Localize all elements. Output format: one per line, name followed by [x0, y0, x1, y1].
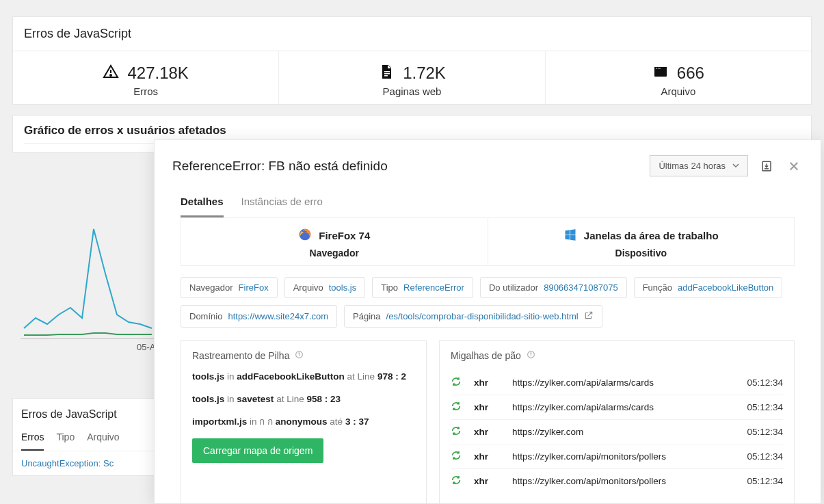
device-name: Janelas da área de trabalho	[584, 230, 719, 241]
stats-row: 427.18K Erros 1.72K Paginas web 666 Arqu…	[13, 51, 811, 104]
close-button[interactable]	[785, 157, 803, 175]
svg-point-8	[657, 68, 659, 69]
crumb-type: xhr	[474, 377, 500, 388]
breadcrumbs-box: Migalhas de pão xhrhttps://zylker.com/ap…	[439, 340, 795, 504]
crumb-time: 05:12:34	[747, 427, 783, 437]
errors-tabs: Erros Tipo Arquivo	[13, 427, 165, 451]
time-range-label: Últimas 24 horas	[659, 161, 726, 171]
error-chart: 05-A	[21, 205, 157, 356]
crumb-time: 05:12:34	[747, 377, 783, 388]
crumb-url: https://zylker.com/api/alarms/cards	[512, 377, 734, 388]
errors-table-title: Erros de JavaScript	[13, 399, 165, 427]
load-sourcemap-button[interactable]: Carregar mapa de origem	[192, 438, 323, 463]
stack-trace-box: Rastreamento de Pilha tools.js in addFac…	[181, 340, 427, 504]
stack-line: tools.js in addFacebookLikeButton at Lin…	[192, 371, 415, 384]
tab-details[interactable]: Detalhes	[181, 190, 224, 217]
card-title: Erros de JavaScript	[13, 17, 811, 51]
stat-value: 427.18K	[127, 64, 188, 83]
reload-icon	[451, 401, 462, 414]
crumb-type: xhr	[474, 402, 500, 412]
metadata-chips: NavegadorFireFox Arquivotools.js TipoRef…	[181, 277, 795, 328]
crumb-url: https://zylker.com/api/monitors/pollers	[512, 476, 734, 486]
device-info: Janelas da área de trabalho Dispositivo	[488, 218, 795, 265]
svg-point-17	[299, 353, 300, 354]
warning-icon	[103, 64, 119, 83]
stack-line: tools.js in savetest at Line 958 : 23	[192, 393, 415, 406]
stack-title: Rastreamento de Pilha	[192, 350, 415, 361]
tab-instances[interactable]: Instâncias de erro	[241, 190, 323, 217]
breadcrumb-row: xhrhttps://zylker.com05:12:34	[451, 420, 783, 445]
chip-file: Arquivotools.js	[284, 277, 366, 298]
chip-function: FunçãoaddFacebookLikeButton	[634, 277, 783, 298]
chip-domain: Domíniohttps://www.site24x7.com	[181, 305, 337, 328]
tab-arquivo[interactable]: Arquivo	[87, 427, 119, 451]
crumb-type: xhr	[474, 427, 500, 437]
device-label: Dispositivo	[615, 248, 667, 258]
stat-label: Arquivo	[546, 85, 811, 97]
info-icon	[295, 350, 304, 361]
crumb-time: 05:12:34	[747, 402, 783, 412]
chip-type: TipoReferenceError	[372, 277, 473, 298]
modal-title: ReferenceError: FB não está definido	[172, 159, 650, 174]
crumb-type: xhr	[474, 476, 500, 486]
crumb-url: https://zylker.com	[512, 427, 734, 437]
info-icon	[527, 350, 535, 361]
x-tick: 05-A	[137, 342, 156, 352]
svg-rect-2	[384, 71, 390, 72]
reload-icon	[451, 376, 462, 389]
document-icon	[378, 64, 395, 83]
errors-table-card: Erros de JavaScript Erros Tipo Arquivo U…	[12, 398, 166, 476]
stat-pages: 1.72K Paginas web	[279, 51, 545, 104]
info-row: FireFox 74 Navegador Janelas da área de …	[181, 218, 795, 266]
stat-files: 666 Arquivo	[546, 51, 811, 104]
stat-label: Erros	[13, 85, 278, 97]
stat-label: Paginas web	[279, 85, 544, 97]
stat-value: 1.72K	[403, 64, 446, 83]
breadcrumb-row: xhrhttps://zylker.com/api/alarms/cards05…	[451, 395, 783, 420]
breadcrumb-row: xhrhttps://zylker.com/api/monitors/polle…	[451, 445, 783, 469]
svg-point-9	[659, 68, 661, 69]
error-link[interactable]: UncaughtException: Sc	[13, 451, 165, 475]
breadcrumb-row: xhrhttps://zylker.com/api/alarms/cards05…	[451, 371, 783, 395]
reload-icon	[451, 450, 462, 463]
crumb-type: xhr	[474, 451, 500, 462]
external-link-icon[interactable]	[584, 310, 594, 322]
stat-value: 666	[677, 64, 704, 83]
chip-user: Do utilizador890663471087075	[480, 277, 627, 298]
js-errors-card: Erros de JavaScript 427.18K Erros 1.72K …	[12, 16, 812, 105]
crumb-url: https://zylker.com/api/alarms/cards	[512, 402, 734, 412]
firefox-icon	[298, 228, 312, 243]
browser-info: FireFox 74 Navegador	[181, 218, 488, 265]
svg-rect-3	[384, 73, 390, 75]
browser-label: Navegador	[310, 248, 359, 258]
tab-erros[interactable]: Erros	[21, 427, 44, 451]
crumb-time: 05:12:34	[747, 476, 783, 486]
stack-line: importxml.js in ก ก anonymous até 3 : 37	[192, 416, 415, 429]
tab-tipo[interactable]: Tipo	[56, 427, 75, 451]
crumb-url: https://zylker.com/api/monitors/pollers	[512, 451, 734, 462]
svg-point-20	[531, 353, 531, 354]
chevron-down-icon	[732, 161, 739, 171]
svg-point-1	[110, 75, 111, 76]
chip-browser: NavegadorFireFox	[181, 277, 278, 298]
chip-page: Página /es/tools/comprobar-disponibilida…	[344, 305, 602, 328]
browser-name: FireFox 74	[319, 230, 370, 241]
stat-errors: 427.18K Erros	[13, 51, 279, 104]
crumb-time: 05:12:34	[747, 451, 783, 462]
time-range-dropdown[interactable]: Últimas 24 horas	[650, 155, 748, 176]
export-pdf-button[interactable]	[758, 157, 775, 175]
detail-columns: Rastreamento de Pilha tools.js in addFac…	[181, 340, 795, 504]
windows-icon	[563, 228, 577, 243]
svg-rect-4	[384, 75, 388, 77]
reload-icon	[451, 475, 462, 488]
reload-icon	[451, 425, 462, 438]
window-icon	[652, 64, 669, 83]
breadcrumbs-title: Migalhas de pão	[451, 350, 783, 361]
breadcrumb-row: xhrhttps://zylker.com/api/monitors/polle…	[451, 469, 783, 493]
error-detail-modal: ReferenceError: FB não está definido Últ…	[154, 140, 821, 504]
svg-point-7	[656, 68, 657, 69]
modal-body: Detalhes Instâncias de erro FireFox 74 N…	[155, 190, 821, 504]
detail-tabs: Detalhes Instâncias de erro	[181, 190, 795, 218]
modal-header: ReferenceError: FB não está definido Últ…	[155, 140, 821, 190]
